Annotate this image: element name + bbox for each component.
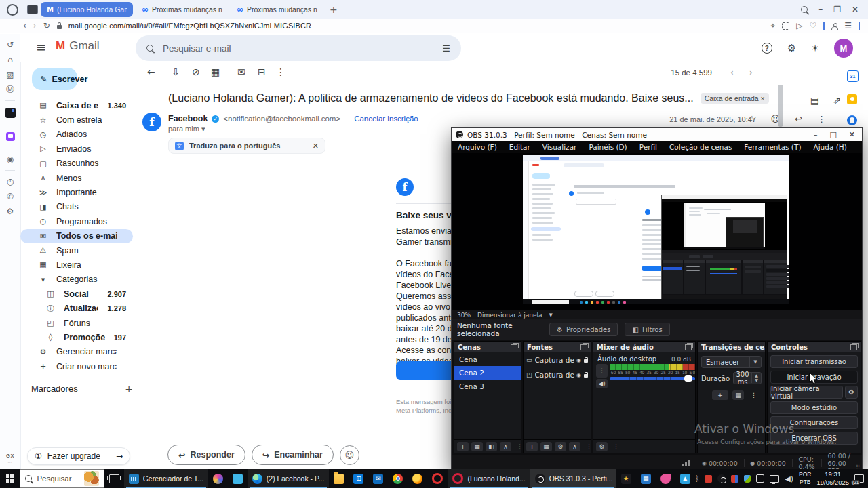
clock[interactable]: 19:31 19/06/2025 bbox=[816, 470, 849, 487]
mark-unread-icon[interactable]: ✉ bbox=[237, 66, 245, 77]
volume-icon[interactable]: ◀) bbox=[785, 475, 793, 483]
browser-tab-meta-2[interactable]: ∞ Próximas mudanças na fo bbox=[231, 2, 323, 17]
gx-messenger-icon[interactable]: Ⓜ bbox=[6, 85, 14, 94]
network-icon[interactable] bbox=[770, 475, 779, 483]
source-up-icon[interactable]: ∧ bbox=[569, 442, 580, 451]
older-email-icon[interactable]: › bbox=[749, 67, 753, 77]
obs-preview-canvas[interactable] bbox=[452, 153, 862, 310]
emoji-button[interactable]: ☺ bbox=[340, 445, 359, 465]
taskbar-app-opera[interactable] bbox=[427, 469, 448, 488]
remove-transition-icon[interactable]: ▦ bbox=[732, 390, 744, 400]
sidebar-item[interactable]: ▷ Enviados bbox=[20, 142, 133, 156]
obs-close-icon[interactable]: ✕ bbox=[849, 130, 855, 139]
dock-popout-icon[interactable] bbox=[685, 344, 692, 350]
tray-app-icon[interactable] bbox=[705, 475, 712, 483]
pin-icon[interactable]: ⌖ bbox=[770, 21, 775, 30]
transition-select[interactable]: Esmaecer ▼ bbox=[701, 356, 762, 368]
scene-up-icon[interactable]: ∧ bbox=[500, 442, 511, 451]
mixer-options-icon[interactable]: ⋮ bbox=[596, 364, 608, 378]
virtual-camera-button[interactable]: Iniciar câmera virtual bbox=[770, 386, 843, 399]
player-icon[interactable]: ▷ bbox=[796, 21, 802, 30]
sender-avatar[interactable]: f bbox=[142, 113, 161, 131]
gx-more-icon[interactable]: ⋯ bbox=[7, 459, 13, 465]
more-options-icon[interactable]: ⋮ bbox=[276, 66, 285, 77]
browser-search-icon[interactable] bbox=[801, 6, 808, 13]
gemini-sparkle-icon[interactable]: ✶ bbox=[811, 43, 819, 54]
sidebar-item[interactable]: ◊ Promoções 197 bbox=[20, 330, 133, 344]
sidebar-item[interactable]: ∧ Menos bbox=[20, 171, 133, 185]
profile-icon[interactable] bbox=[831, 23, 837, 29]
mute-speaker-icon[interactable]: ◀) bbox=[596, 379, 608, 388]
new-tab-button[interactable]: + bbox=[326, 4, 342, 15]
add-transition-icon[interactable]: + bbox=[712, 390, 728, 400]
obs-tray-icon[interactable] bbox=[717, 474, 726, 483]
scene-item[interactable]: Cena 3 bbox=[454, 380, 521, 393]
source-item[interactable]: ▭ Captura de ◉ bbox=[524, 352, 591, 367]
dock-popout-icon[interactable] bbox=[850, 344, 857, 350]
sidebar-item[interactable]: ⚙ Gerenciar marcadores bbox=[20, 345, 133, 359]
source-item[interactable]: ◳ Captura de ◉ bbox=[524, 367, 591, 382]
obs-menu-item[interactable]: Coleção de cenas bbox=[663, 143, 738, 151]
start-button[interactable] bbox=[0, 469, 20, 488]
taskbar-app-operagx[interactable]: (Luciano Holand... bbox=[448, 469, 530, 488]
obs-title-bar[interactable]: OBS 31.0.3 - Perfil: Sem nome - Cenas: S… bbox=[452, 128, 862, 141]
opera-gx-logo-icon[interactable] bbox=[7, 4, 18, 16]
taskbar-app-mail[interactable]: ✉ bbox=[368, 469, 388, 488]
recipient-row[interactable]: para mim ▾ bbox=[168, 125, 205, 134]
task-view-button[interactable] bbox=[104, 469, 124, 488]
tray-app-icon[interactable] bbox=[756, 474, 764, 483]
gx-corner-icon[interactable] bbox=[5, 108, 16, 118]
open-in-new-icon[interactable]: ⇗ bbox=[833, 95, 841, 106]
source-properties-icon[interactable]: ⚙ bbox=[555, 442, 566, 451]
lock-icon[interactable] bbox=[584, 359, 588, 363]
scale-dropdown-icon[interactable]: ▼ bbox=[549, 312, 553, 318]
taskbar-app-feather[interactable] bbox=[656, 469, 675, 488]
language-indicator[interactable]: POR PTB bbox=[799, 471, 811, 485]
calendar-panel-icon[interactable]: 31 bbox=[847, 70, 859, 82]
history-icon[interactable]: ◷ bbox=[7, 178, 14, 186]
newer-email-icon[interactable]: ‹ bbox=[730, 67, 734, 77]
dock-popout-icon[interactable] bbox=[511, 344, 517, 350]
taskbar-app-calculator[interactable]: ▦ bbox=[636, 469, 656, 488]
scene-filters-icon[interactable]: ◧ bbox=[486, 442, 497, 451]
remove-scene-icon[interactable]: ▦ bbox=[471, 442, 483, 451]
twitch-icon[interactable] bbox=[6, 132, 15, 141]
tray-app-icon[interactable] bbox=[731, 475, 738, 483]
translate-prompt[interactable]: Traduza para o português bbox=[189, 142, 307, 150]
reload-icon[interactable]: ↻ bbox=[43, 21, 50, 30]
taskbar-app-store[interactable]: ⊞ bbox=[349, 469, 368, 488]
duration-spinner[interactable]: 300 ms ▲▼ bbox=[733, 372, 762, 384]
obs-menu-item[interactable]: Perfil bbox=[633, 143, 663, 151]
keep-panel-icon[interactable] bbox=[847, 94, 857, 104]
reply-button[interactable]: ↩ Responder bbox=[167, 445, 245, 465]
sidebar-item[interactable]: ☆ Com estrela bbox=[20, 113, 133, 127]
forward-button[interactable]: ↪ Encaminhar bbox=[252, 445, 334, 465]
sidebar-menu-icon[interactable]: ☰ bbox=[844, 21, 852, 30]
taskbar-app-edge[interactable]: (2) Facebook - P... bbox=[248, 469, 330, 488]
taskbar-search[interactable]: Pesquisar bbox=[20, 469, 104, 488]
sidebar-item[interactable]: ◰ Fóruns bbox=[20, 316, 133, 330]
obs-menu-item[interactable]: Ferramentas (T) bbox=[738, 143, 807, 151]
workspace-icon[interactable] bbox=[27, 5, 38, 14]
scene-item[interactable]: Cena 2 bbox=[454, 366, 521, 380]
taskbar-app-movies[interactable]: ★ bbox=[616, 469, 636, 488]
scale-mode[interactable]: Dimensionar à janela bbox=[477, 312, 542, 319]
gx-mods-icon[interactable]: ▨ bbox=[6, 70, 14, 79]
taskbar-app-photos[interactable]: ▲ bbox=[675, 469, 695, 488]
lock-icon[interactable] bbox=[57, 25, 62, 29]
scrollbar[interactable] bbox=[778, 85, 783, 127]
close-button[interactable]: ✕ bbox=[852, 5, 859, 14]
taskbar-app-3dviewer[interactable] bbox=[228, 469, 248, 488]
sidebar-item[interactable]: ⚠ Spam bbox=[20, 243, 133, 258]
account-avatar[interactable]: M bbox=[834, 39, 853, 58]
dock-popout-icon[interactable] bbox=[580, 344, 587, 350]
obs-menu-item[interactable]: Editar bbox=[503, 143, 536, 151]
url-text[interactable]: mail.google.com/mail/u/0/#all/FMfcgzQbfL… bbox=[68, 22, 311, 30]
obs-menu-item[interactable]: Ajuda (H) bbox=[807, 143, 852, 151]
lock-icon[interactable] bbox=[584, 374, 588, 378]
obs-menu-item[interactable]: Arquivo (F) bbox=[452, 143, 503, 151]
mixer-more-icon[interactable]: ⋮ bbox=[610, 442, 622, 451]
inbox-chip[interactable]: Caixa de entrada × bbox=[701, 93, 769, 104]
hamburger-menu-icon[interactable]: ≡ bbox=[36, 40, 46, 54]
compose-button[interactable]: ✎ Escrever bbox=[32, 68, 77, 90]
